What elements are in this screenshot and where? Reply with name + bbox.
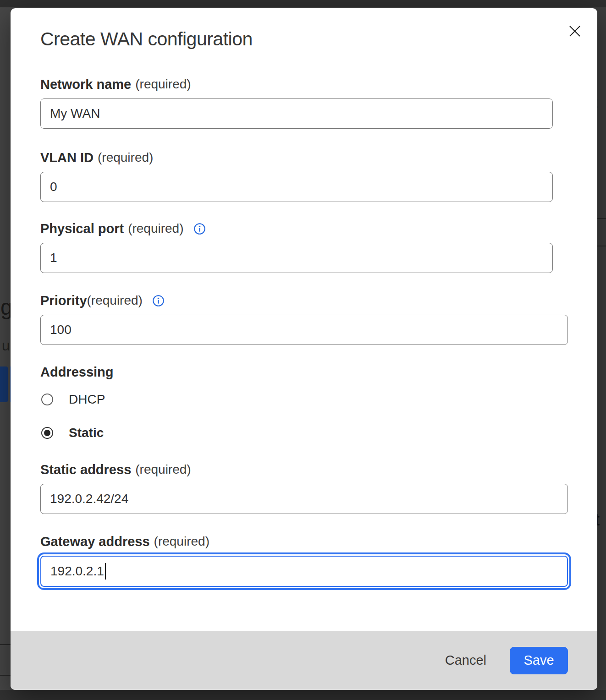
network-name-input[interactable] xyxy=(40,98,553,129)
background-bottom-band xyxy=(0,690,606,700)
field-label: Physical port (required) xyxy=(40,221,553,236)
field-gateway-address: Gateway address (required) 192.0.2.1 xyxy=(40,534,568,587)
field-priority: Priority (required) xyxy=(40,293,568,345)
background-divider xyxy=(0,675,11,676)
save-button[interactable]: Save xyxy=(510,647,568,674)
field-network-name: Network name (required) xyxy=(40,77,553,129)
field-label: Network name (required) xyxy=(40,77,553,92)
field-label-text: Network name xyxy=(40,77,131,92)
required-hint: (required) xyxy=(154,534,209,549)
radio-option-dhcp[interactable]: DHCP xyxy=(41,393,105,406)
dialog-title: Create WAN configuration xyxy=(40,28,253,50)
field-label-text: Gateway address xyxy=(40,534,150,549)
required-hint: (required) xyxy=(135,462,191,477)
required-hint: (required) xyxy=(128,221,183,236)
close-button[interactable] xyxy=(567,24,582,38)
field-label: Gateway address (required) xyxy=(40,534,568,549)
info-icon[interactable] xyxy=(193,223,206,235)
field-physical-port: Physical port (required) xyxy=(40,221,553,273)
background-divider xyxy=(596,218,606,219)
radio-selected-icon xyxy=(41,427,53,439)
field-label: Priority (required) xyxy=(40,293,568,308)
field-label: Static address (required) xyxy=(40,462,568,477)
field-label-text: Static address xyxy=(40,462,131,477)
field-static-address: Static address (required) xyxy=(40,462,568,514)
radio-label: Static xyxy=(69,426,104,440)
static-address-input[interactable] xyxy=(40,484,568,514)
radio-option-static[interactable]: Static xyxy=(41,427,104,439)
background-divider xyxy=(596,246,606,246)
gateway-address-input[interactable]: 192.0.2.1 xyxy=(40,556,568,587)
field-label-text: Priority xyxy=(40,293,87,308)
dialog-footer: Cancel Save xyxy=(11,631,597,690)
radio-label: DHCP xyxy=(69,392,105,407)
background-text-fragment: u xyxy=(2,337,10,354)
close-icon xyxy=(568,24,582,38)
background-divider xyxy=(0,644,11,645)
field-label-text: Physical port xyxy=(40,221,124,236)
background-button-fragment xyxy=(0,366,8,402)
cancel-button[interactable]: Cancel xyxy=(444,650,487,671)
required-hint: (required) xyxy=(135,77,191,92)
addressing-heading: Addressing xyxy=(40,365,114,380)
priority-input[interactable] xyxy=(40,315,568,345)
field-label: VLAN ID (required) xyxy=(40,150,553,165)
field-label-text: VLAN ID xyxy=(40,150,94,165)
radio-unselected-icon xyxy=(41,394,53,405)
background-top-band xyxy=(0,0,606,7)
required-hint: (required) xyxy=(87,293,143,308)
info-icon[interactable] xyxy=(152,295,165,307)
text-cursor xyxy=(105,563,106,580)
required-hint: (required) xyxy=(98,150,153,165)
gateway-address-value: 192.0.2.1 xyxy=(50,564,104,579)
physical-port-input[interactable] xyxy=(40,243,553,273)
vlan-id-input[interactable] xyxy=(40,172,553,202)
field-vlan-id: VLAN ID (required) xyxy=(40,150,553,202)
create-wan-dialog: Create WAN configuration Network name (r… xyxy=(11,8,597,690)
screen: g u t t Create WAN configuration Network… xyxy=(0,0,606,700)
